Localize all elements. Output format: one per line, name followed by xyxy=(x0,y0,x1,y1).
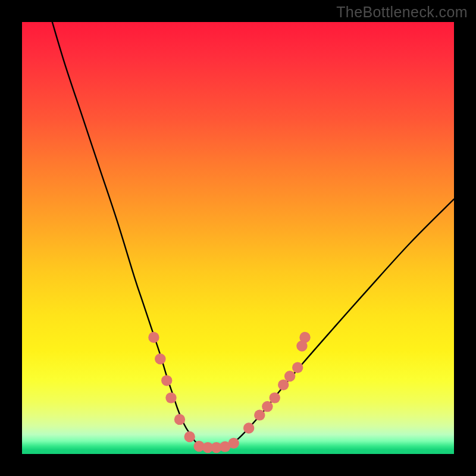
chart-frame: TheBottleneck.com xyxy=(0,0,476,476)
data-dot xyxy=(292,362,303,373)
data-dot xyxy=(184,431,195,442)
data-dot xyxy=(284,371,295,381)
data-dot xyxy=(155,353,165,364)
data-dot xyxy=(148,332,159,343)
data-dot xyxy=(165,392,176,403)
data-dot xyxy=(299,332,310,343)
data-dot xyxy=(278,380,289,390)
data-dot xyxy=(228,438,239,449)
bottleneck-curve xyxy=(52,22,454,448)
watermark-text: TheBottleneck.com xyxy=(336,4,468,21)
data-dot xyxy=(174,414,185,425)
chart-overlay xyxy=(22,22,454,454)
data-dot xyxy=(243,422,254,433)
data-dot xyxy=(254,409,265,420)
plot-area xyxy=(22,22,454,454)
data-dot xyxy=(270,392,280,403)
data-dot xyxy=(161,375,172,386)
data-dot xyxy=(262,401,273,412)
